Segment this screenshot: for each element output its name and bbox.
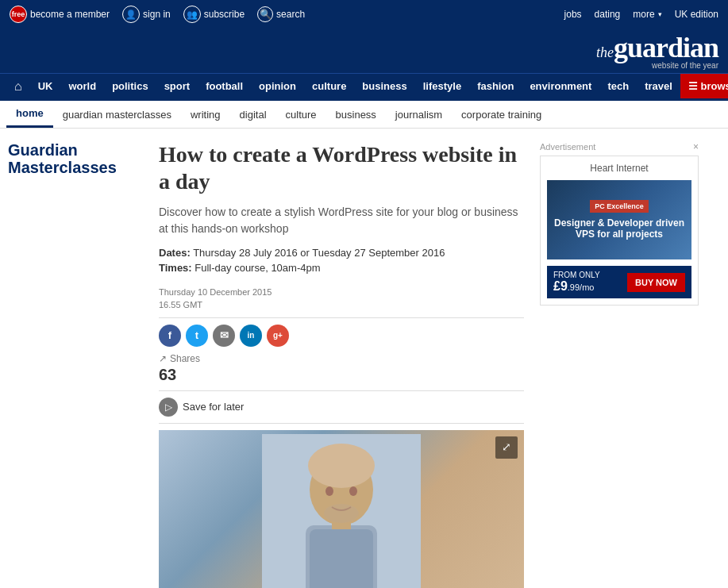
uk-edition-link[interactable]: UK edition	[675, 9, 718, 20]
advertisement-label: Advertisement	[540, 142, 595, 152]
nav-link-world[interactable]: world	[60, 74, 104, 98]
save-for-later-button[interactable]: ▷ Save for later	[159, 398, 244, 417]
nav-item-lifestyle[interactable]: lifestyle	[415, 74, 469, 98]
subscribe-link[interactable]: 👥 subscribe	[183, 6, 245, 23]
twitter-share-button[interactable]: t	[186, 325, 208, 347]
subnav-link-digital[interactable]: digital	[230, 102, 276, 127]
nav-link-sport[interactable]: sport	[156, 74, 198, 98]
nav-link-fashion[interactable]: fashion	[469, 74, 522, 98]
nav-link-politics[interactable]: politics	[104, 74, 156, 98]
subnav-item-masterclasses[interactable]: guardian masterclasses	[53, 102, 181, 127]
sidebar-title-line2: Masterclasses	[8, 159, 143, 176]
sidebar-title-line1: Guardian	[8, 141, 143, 159]
nav-link-lifestyle[interactable]: lifestyle	[415, 74, 469, 98]
ad-buy-button[interactable]: BUY NOW	[627, 273, 685, 292]
nav-link-travel[interactable]: travel	[637, 74, 680, 98]
social-share: f t ✉ in g+	[159, 325, 524, 347]
nav-item-politics[interactable]: politics	[104, 74, 156, 98]
dates-value: Thursday 28 July 2016 or Tuesday 27 Sept…	[193, 247, 445, 259]
subnav-item-home[interactable]: home	[6, 101, 53, 128]
google-share-button[interactable]: g+	[267, 325, 289, 347]
nav-item-tech[interactable]: tech	[599, 74, 637, 98]
nav-link-uk[interactable]: UK	[30, 74, 61, 98]
right-sidebar: Advertisement × Heart Internet PC Excell…	[540, 129, 699, 588]
subnav-link-masterclasses[interactable]: guardian masterclasses	[53, 102, 181, 127]
nav-link-tech[interactable]: tech	[599, 74, 637, 98]
browse-all-item[interactable]: ☰ browse all sections	[680, 74, 728, 98]
email-share-button[interactable]: ✉	[213, 325, 235, 347]
subnav-link-culture[interactable]: culture	[276, 102, 326, 127]
nav-item-sport[interactable]: sport	[156, 74, 198, 98]
subnav-link-journalism[interactable]: journalism	[386, 102, 452, 127]
top-bar: free become a member 👤 sign in 👥 subscri…	[0, 0, 728, 29]
nav-link-culture[interactable]: culture	[304, 74, 354, 98]
subnav-link-home[interactable]: home	[6, 101, 53, 128]
sign-in-link[interactable]: 👤 sign in	[122, 6, 171, 23]
main-nav: ⌂ UK world politics sport football opini…	[0, 73, 728, 98]
browse-all-link[interactable]: ☰ browse all sections	[680, 74, 728, 98]
article-image-container: ⤢ 📷 Jamie Marsland Photograph: Guardian	[159, 430, 524, 588]
subnav-item-corporate-training[interactable]: corporate training	[452, 102, 551, 127]
ad-logo: Heart Internet	[547, 163, 691, 174]
main-content: How to create a WordPress website in a d…	[159, 129, 524, 588]
more-link[interactable]: more ▾	[633, 9, 661, 20]
article-dates: Dates: Thursday 28 July 2016 or Tuesday …	[159, 247, 524, 259]
article-times: Times: Full-day course, 10am-4pm	[159, 262, 524, 274]
nav-item-home[interactable]: ⌂	[6, 75, 30, 98]
nav-link-environment[interactable]: environment	[522, 74, 599, 98]
nav-link-business[interactable]: business	[354, 74, 414, 98]
ad-image: PC Excellence Designer & Developer drive…	[547, 180, 691, 259]
nav-item-uk[interactable]: UK	[30, 74, 61, 98]
sidebar: Guardian Masterclasses	[8, 129, 143, 588]
shares-divider	[159, 390, 524, 391]
nav-item-business[interactable]: business	[354, 74, 414, 98]
logo-bar: theguardian website of the year	[0, 29, 728, 73]
nav-item-world[interactable]: world	[60, 74, 104, 98]
search-label: search	[276, 9, 305, 20]
jobs-link[interactable]: jobs	[564, 9, 582, 20]
times-value: Full-day course, 10am-4pm	[195, 262, 320, 274]
meta-divider	[159, 317, 524, 318]
sign-in-label: sign in	[143, 9, 171, 20]
subnav-link-corporate-training[interactable]: corporate training	[452, 102, 551, 127]
nav-item-opinion[interactable]: opinion	[251, 74, 304, 98]
become-member-link[interactable]: free become a member	[10, 6, 110, 23]
ad-image-content: PC Excellence Designer & Developer drive…	[553, 200, 685, 240]
guardian-logo[interactable]: theguardian website of the year	[596, 33, 718, 70]
subnav-item-culture[interactable]: culture	[276, 102, 326, 127]
share-icon: ↗	[159, 353, 167, 364]
subnav-item-journalism[interactable]: journalism	[386, 102, 452, 127]
subnav-link-business[interactable]: business	[326, 102, 386, 127]
linkedin-share-button[interactable]: in	[240, 325, 262, 347]
search-link[interactable]: 🔍 search	[257, 6, 305, 22]
subscribe-label: subscribe	[204, 9, 245, 20]
nav-link-opinion[interactable]: opinion	[251, 74, 304, 98]
subnav-item-writing[interactable]: writing	[181, 102, 230, 127]
save-icon: ▷	[159, 398, 178, 417]
dating-link[interactable]: dating	[595, 9, 621, 20]
become-member-label: become a member	[30, 9, 110, 20]
nav-item-fashion[interactable]: fashion	[469, 74, 522, 98]
nav-link-football[interactable]: football	[198, 74, 251, 98]
times-label: Times:	[159, 262, 192, 274]
search-icon: 🔍	[257, 6, 273, 22]
article-intro: Discover how to create a stylish WordPre…	[159, 204, 524, 237]
ad-from-label: FROM ONLY	[553, 271, 600, 279]
article-image: ⤢	[159, 430, 524, 588]
logo-the: theguardian	[596, 33, 718, 62]
article-meta: Thursday 10 December 2015 16.55 GMT	[159, 286, 524, 311]
nav-item-environment[interactable]: environment	[522, 74, 599, 98]
ad-close-button[interactable]: ×	[693, 141, 699, 152]
nav-item-travel[interactable]: travel	[637, 74, 680, 98]
subnav-item-digital[interactable]: digital	[230, 102, 276, 127]
nav-item-football[interactable]: football	[198, 74, 251, 98]
shares-label-text: Shares	[170, 353, 200, 364]
subnav-item-business[interactable]: business	[326, 102, 386, 127]
home-nav-link[interactable]: ⌂	[6, 75, 30, 98]
expand-image-button[interactable]: ⤢	[495, 436, 518, 459]
more-chevron-icon: ▾	[658, 10, 662, 18]
nav-item-culture[interactable]: culture	[304, 74, 354, 98]
subnav-link-writing[interactable]: writing	[181, 102, 230, 127]
browse-all-label: browse all sections	[700, 80, 728, 92]
facebook-share-button[interactable]: f	[159, 325, 181, 347]
